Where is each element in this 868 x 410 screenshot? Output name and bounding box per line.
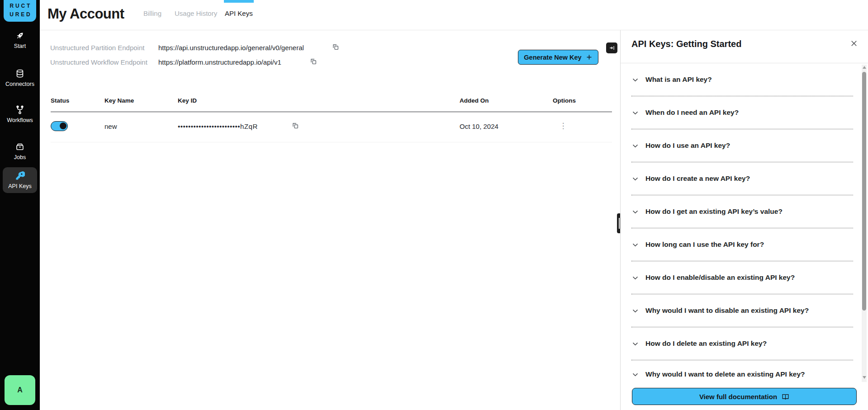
tab-api-keys[interactable]: API Keys — [225, 9, 253, 17]
generate-new-key-button[interactable]: Generate New Key — [518, 50, 598, 65]
tab-usage-history[interactable]: Usage History — [175, 9, 217, 17]
chevron-down-icon — [631, 274, 639, 282]
sidebar-item-start[interactable]: Start — [3, 27, 37, 53]
faq-question: Why would I want to delete an existing A… — [645, 370, 805, 378]
chevron-down-icon — [631, 76, 639, 84]
main-content: Unstructured Partition Endpoint https://… — [40, 30, 620, 410]
page-title: My Account — [47, 6, 124, 22]
page-header: My Account Billing Usage History API Key… — [40, 0, 868, 30]
copy-key-id-button[interactable] — [292, 122, 299, 131]
key-id-cell: ••••••••••••••••••••••••hZqR — [178, 123, 258, 130]
faq-list: What is an API key? When do I need an AP… — [631, 63, 853, 388]
chevron-down-icon — [631, 142, 639, 150]
active-tab-indicator — [224, 0, 254, 3]
close-panel-button[interactable] — [849, 39, 859, 49]
col-header-key-id: Key ID — [178, 97, 197, 104]
faq-question: What is an API key? — [645, 75, 712, 84]
col-header-key-name: Key Name — [104, 97, 134, 104]
faq-question: How do I enable/disable an existing API … — [645, 273, 795, 282]
faq-question: Why would I want to disable an existing … — [645, 306, 809, 315]
faq-question: How do I delete an existing API key? — [645, 339, 767, 348]
help-panel: API Keys: Getting Started What is an API… — [620, 30, 868, 410]
faq-item-how-long-use-key[interactable]: How long can I use the API key for? — [631, 228, 853, 261]
sidebar-item-label: Jobs — [14, 154, 26, 160]
rocket-icon — [15, 31, 25, 41]
user-avatar[interactable]: A — [5, 375, 35, 405]
logo-text-line2: URED — [8, 10, 32, 19]
col-header-options: Options — [553, 97, 576, 104]
open-book-icon — [782, 393, 789, 401]
faq-item-when-need-api-key[interactable]: When do I need an API key? — [631, 96, 853, 129]
row-divider — [51, 142, 612, 142]
faq-item-how-use-api-key[interactable]: How do I use an API key? — [631, 129, 853, 162]
row-options-button[interactable]: ⋮ — [558, 121, 568, 132]
workflow-icon — [15, 105, 25, 115]
copy-icon — [292, 122, 299, 129]
faq-question: How do I get an existing API key’s value… — [645, 207, 783, 216]
faq-item-what-is-api-key[interactable]: What is an API key? — [631, 63, 853, 96]
triangle-up-icon — [863, 66, 866, 69]
partition-endpoint-url: https://api.unstructuredapp.io/general/v… — [158, 44, 304, 52]
jobs-tray-icon — [15, 142, 25, 152]
sidebar: RUCT URED Start Connectors Workflo — [0, 0, 40, 410]
faq-question: How do I create a new API key? — [645, 174, 750, 183]
faq-item-delete-key[interactable]: How do I delete an existing API key? — [631, 327, 853, 360]
col-header-added-on: Added On — [460, 97, 489, 104]
added-on-cell: Oct 10, 2024 — [460, 123, 498, 130]
faq-item-create-new-key[interactable]: How do I create a new API key? — [631, 162, 853, 195]
sidebar-item-connectors[interactable]: Connectors — [3, 65, 37, 91]
triangle-down-icon — [863, 376, 866, 379]
collapse-help-panel-button[interactable] — [606, 42, 617, 53]
chevron-down-icon — [631, 208, 639, 216]
copy-icon — [332, 43, 339, 51]
collapse-panel-icon — [609, 45, 615, 51]
faq-question: How long can I use the API key for? — [645, 240, 764, 249]
faq-item-why-delete-key[interactable]: Why would I want to delete an existing A… — [631, 360, 853, 388]
database-icon — [15, 69, 25, 79]
copy-workflow-endpoint-button[interactable] — [310, 58, 317, 66]
logo-text-line1: RUCT — [8, 2, 32, 10]
view-full-documentation-button[interactable]: View full documentation — [632, 388, 857, 405]
faq-item-get-key-value[interactable]: How do I get an existing API key’s value… — [631, 195, 853, 228]
generate-new-key-label: Generate New Key — [524, 54, 581, 61]
view-full-documentation-label: View full documentation — [699, 393, 777, 401]
key-name-cell: new — [104, 123, 117, 130]
copy-icon — [310, 58, 317, 65]
sidebar-item-label: Connectors — [5, 81, 34, 87]
faq-item-enable-disable-key[interactable]: How do I enable/disable an existing API … — [631, 261, 853, 294]
sidebar-item-label: Start — [14, 43, 26, 49]
sidebar-item-jobs[interactable]: Jobs — [3, 138, 37, 164]
sidebar-item-api-keys[interactable]: API Keys — [3, 167, 37, 193]
faq-item-why-disable-key[interactable]: Why would I want to disable an existing … — [631, 294, 853, 327]
faq-question: How do I use an API key? — [645, 141, 730, 150]
partition-endpoint-label: Unstructured Partition Endpoint — [50, 44, 163, 52]
chevron-down-icon — [631, 109, 639, 117]
chevron-down-icon — [631, 241, 639, 249]
scrollbar-down-arrow[interactable] — [862, 375, 867, 380]
workflow-endpoint-label: Unstructured Workflow Endpoint — [50, 58, 163, 66]
key-icon — [15, 171, 25, 181]
table-header-divider — [51, 112, 612, 112]
scrollbar-up-arrow[interactable] — [862, 65, 867, 70]
col-header-status: Status — [51, 97, 69, 104]
close-icon — [850, 39, 858, 47]
toggle-knob — [60, 123, 66, 129]
workflow-endpoint-url: https://platform.unstructuredapp.io/api/… — [158, 58, 281, 66]
copy-partition-endpoint-button[interactable] — [332, 43, 339, 52]
scrollbar-thumb[interactable] — [862, 72, 866, 311]
tab-billing[interactable]: Billing — [143, 9, 161, 17]
chevron-down-icon — [631, 175, 639, 183]
help-panel-title: API Keys: Getting Started — [631, 39, 741, 49]
plus-icon — [586, 54, 593, 61]
chevron-down-icon — [631, 307, 639, 315]
sidebar-item-label: API Keys — [8, 183, 31, 189]
app-logo[interactable]: RUCT URED — [4, 0, 36, 22]
sidebar-item-label: Workflows — [7, 117, 33, 123]
faq-question: When do I need an API key? — [645, 108, 739, 117]
avatar-letter: A — [17, 386, 23, 394]
key-status-toggle[interactable] — [51, 121, 68, 131]
chevron-down-icon — [631, 340, 639, 348]
chevron-down-icon — [631, 371, 639, 378]
sidebar-item-workflows[interactable]: Workflows — [3, 101, 37, 127]
